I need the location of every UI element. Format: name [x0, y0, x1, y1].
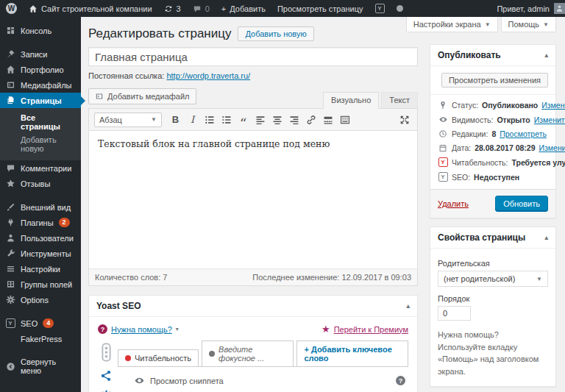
parent-page-select[interactable]: (нет родительской) ▼: [438, 271, 548, 287]
page-title: Редактировать страницу: [88, 26, 231, 41]
sidebar-item-comments[interactable]: Комментарии: [0, 160, 81, 176]
publish-panel-header[interactable]: Опубликовать ▴: [430, 45, 555, 66]
browse-revisions-link[interactable]: Просмотреть: [500, 129, 547, 138]
updates-count: 3: [177, 4, 181, 13]
premium-star-icon: ★: [321, 324, 330, 335]
sidebar-item-posts[interactable]: Записи: [0, 46, 81, 62]
collapse-toggle-icon[interactable]: ▴: [544, 234, 548, 241]
updates-icon: [164, 4, 173, 13]
bullet-list-button[interactable]: [202, 112, 217, 127]
updates-link[interactable]: 3: [158, 0, 187, 17]
attributes-panel-header[interactable]: Свойства страницы ▴: [430, 227, 555, 249]
tab-add-keyword[interactable]: + Добавить ключевое слово: [296, 341, 408, 367]
edit-status-link[interactable]: Изменить: [541, 101, 565, 110]
add-new-menu[interactable]: + Добавить: [216, 0, 271, 17]
comments-link[interactable]: 0: [187, 0, 216, 17]
submenu-add-new[interactable]: Добавить новую: [0, 133, 81, 155]
media-icon: [95, 92, 104, 101]
menu-order-input[interactable]: [438, 306, 471, 321]
admin-bar: W Сайт строительной компании 3 0 + Добав…: [0, 0, 565, 17]
align-left-button[interactable]: [252, 112, 268, 127]
editor-content[interactable]: Текстовый блок на главной странице под м…: [89, 131, 417, 268]
align-right-button[interactable]: [286, 112, 302, 127]
help-tab[interactable]: Помощь ▼: [501, 17, 556, 32]
gear-icon: [5, 295, 15, 304]
user-greeting[interactable]: Привет, admin: [497, 4, 550, 13]
sidebar-item-fakerpress[interactable]: FakerPress: [0, 331, 81, 346]
sidebar-item-dashboard[interactable]: Консоль: [0, 23, 81, 38]
update-button[interactable]: Обновить: [495, 196, 548, 212]
sidebar-item-plugins[interactable]: Плагины 2: [0, 215, 81, 230]
toolbar-toggle-button[interactable]: [337, 112, 352, 127]
sidebar-item-users[interactable]: Пользователи: [0, 230, 81, 246]
tab-text[interactable]: Текст: [381, 92, 418, 108]
add-media-button[interactable]: Добавить медиафайл: [88, 88, 196, 104]
paragraph-format-select[interactable]: Абзац ▼: [94, 113, 162, 127]
yoast-adminbar-menu[interactable]: Y: [369, 0, 391, 17]
seo-row: Y SEO: Недоступен: [438, 172, 548, 182]
sidebar-item-reviews[interactable]: Отзывы: [0, 176, 81, 191]
fakerpress-adminbar-menu[interactable]: [391, 0, 409, 17]
need-help-link[interactable]: Нужна помощь?: [111, 325, 172, 334]
tab-focus-keyword[interactable]: Введите фокусное ...: [202, 341, 294, 367]
permalink-link[interactable]: http://wordp.traverta.ru/: [166, 71, 250, 80]
sidebar-item-media[interactable]: Медиафайлы: [0, 77, 81, 93]
sidebar-item-options[interactable]: Options: [0, 292, 81, 307]
fullscreen-button[interactable]: [397, 112, 412, 127]
link-button[interactable]: [303, 112, 319, 127]
post-status-pin-icon: [438, 101, 448, 110]
chevron-down-icon: ▼: [543, 21, 549, 28]
collapse-toggle-icon[interactable]: ▴: [544, 51, 548, 59]
submenu-all-pages[interactable]: Все страницы: [0, 111, 81, 133]
align-center-button[interactable]: [269, 112, 285, 127]
sidebar-item-label: Настройки: [21, 265, 60, 274]
go-premium-link[interactable]: Перейти к Премиум: [334, 325, 408, 334]
yoast-seo-panel: Yoast SEO ▴ ? Нужна помощь? ▾ ★ Перейти …: [88, 295, 418, 392]
add-new-page-button[interactable]: Добавить новую: [238, 26, 313, 41]
tab-visual[interactable]: Визуально: [323, 92, 379, 109]
visibility-label: Видимость:: [452, 115, 493, 124]
preview-changes-button[interactable]: Просмотреть изменения: [441, 73, 548, 88]
edit-date-link[interactable]: Изменить: [539, 143, 565, 152]
home-icon: [29, 4, 38, 13]
avatar[interactable]: [554, 3, 565, 14]
seo-value: Недоступен: [474, 173, 519, 182]
wordpress-admin-screen: W Сайт строительной компании 3 0 + Добав…: [0, 0, 565, 392]
social-share-icon[interactable]: [100, 370, 112, 382]
sidebar-item-settings[interactable]: Настройки: [0, 261, 81, 277]
status-label: Статус:: [452, 101, 478, 110]
read-more-button[interactable]: [320, 112, 335, 127]
view-page-link[interactable]: Просмотреть страницу: [271, 0, 369, 17]
revisions-label: Редакции:: [452, 129, 488, 138]
status-row: Статус: Опубликовано Изменить: [438, 101, 548, 110]
brush-icon: [5, 202, 15, 212]
sidebar-item-appearance[interactable]: Внешний вид: [0, 199, 81, 215]
help-question-icon[interactable]: ?: [98, 324, 107, 334]
sidebar-item-pages[interactable]: Страницы: [0, 93, 81, 108]
tab-readability[interactable]: Читабельность: [118, 349, 199, 367]
screen-options-tab[interactable]: Настройки экрана ▼: [406, 17, 498, 32]
sidebar-item-field-groups[interactable]: Группы полей: [0, 277, 81, 292]
snippet-help-icon[interactable]: ?: [396, 376, 405, 385]
post-title-input[interactable]: [88, 47, 418, 66]
collapse-toggle-icon[interactable]: ▴: [406, 302, 410, 310]
page-attributes-panel: Свойства страницы ▴ Родительская (нет ро…: [430, 227, 556, 387]
site-name-link[interactable]: Сайт строительной компании: [23, 0, 158, 17]
blockquote-button[interactable]: “: [235, 112, 251, 127]
sidebar-item-tools[interactable]: Инструменты: [0, 246, 81, 261]
sidebar-item-collapse-menu[interactable]: Свернуть меню: [0, 354, 81, 378]
readability-label: Читабельность:: [452, 158, 508, 167]
numbered-list-button[interactable]: [218, 112, 234, 127]
sidebar-item-portfolio[interactable]: Портфолио: [0, 62, 81, 77]
sidebar-item-seo[interactable]: Y SEO 4: [0, 316, 81, 331]
move-to-trash-link[interactable]: Удалить: [438, 199, 469, 208]
traffic-light-icon[interactable]: [101, 343, 112, 362]
wordpress-logo-menu[interactable]: W: [0, 0, 23, 17]
italic-button[interactable]: I: [185, 112, 200, 127]
edit-visibility-link[interactable]: Изменить: [534, 115, 565, 124]
readability-value: Требуется улучшение: [511, 158, 565, 167]
bold-button[interactable]: B: [168, 112, 183, 127]
sidebar-item-label: Options: [21, 296, 49, 304]
yoast-sidebar-rail: [94, 341, 118, 392]
yoast-panel-header[interactable]: Yoast SEO ▴: [89, 296, 417, 317]
